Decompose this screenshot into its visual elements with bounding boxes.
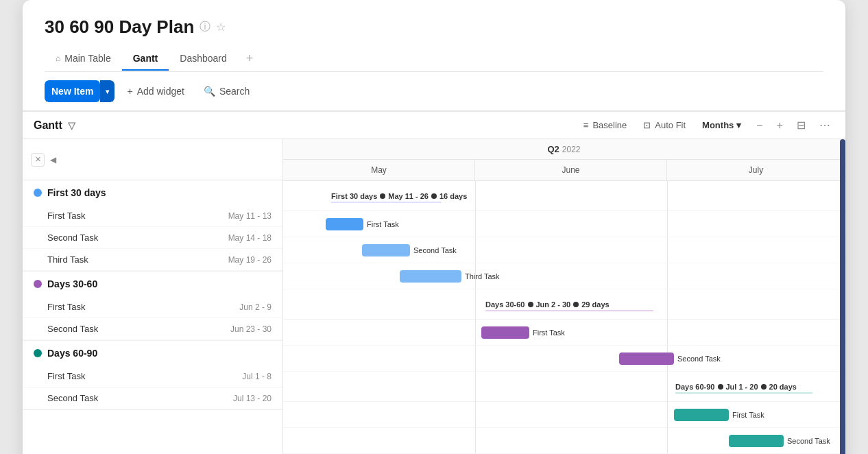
task-bar-label-2-2: Second Task [677, 355, 721, 363]
task-bar-3-2[interactable] [729, 435, 784, 447]
task-bar-2-2[interactable] [619, 353, 674, 365]
chart-task-row-1-2: Second Task [283, 237, 845, 263]
task-bar-label-2-1: First Task [533, 328, 565, 337]
gantt-outer: Gantt ▽ ≡ Baseline ⊡ Auto Fit Months ▾ −… [23, 110, 845, 454]
group-bar-label-1: First 30 days May 11 - 26 16 days [331, 192, 467, 200]
task-bar-3-1[interactable] [674, 409, 729, 421]
task-name: Second Task [47, 324, 230, 334]
new-item-dropdown-arrow[interactable]: ▾ [100, 80, 114, 102]
chart-group-row-3: Days 60-90 Jul 1 - 20 20 days [283, 372, 845, 402]
month-row: May June July [283, 160, 845, 180]
task-row: First Task Jul 1 - 8 [23, 366, 282, 387]
add-widget-button[interactable]: + Add widget [120, 82, 191, 101]
app-window: 30 60 90 Day Plan ⓘ ☆ ⌂ Main Table Gantt… [23, 0, 845, 454]
chart-task-row-2-2: Second Task [283, 346, 845, 372]
group-bar-date-1: May 11 - 26 [388, 192, 429, 200]
baseline-button[interactable]: ≡ Baseline [578, 117, 632, 133]
more-options-button[interactable]: ⋯ [815, 117, 834, 133]
group-dot-blue [34, 189, 42, 197]
gantt-left-rows: First 30 days First Task May 11 - 13 Sec… [23, 180, 282, 454]
autofit-button[interactable]: ⊡ Auto Fit [638, 117, 691, 133]
task-date: Jun 23 - 30 [230, 324, 272, 334]
page-title: 30 60 90 Day Plan [45, 16, 194, 38]
search-button[interactable]: 🔍 Search [197, 82, 256, 101]
task-name: First Task [47, 371, 242, 381]
collapse-button[interactable]: ✕ [31, 153, 45, 167]
task-row: Second Task May 14 - 18 [23, 227, 282, 249]
group-days-60-90: Days 60-90 First Task Jul 1 - 8 Second T… [23, 341, 282, 410]
group-days-30-60: Days 30-60 First Task Jun 2 - 9 Second T… [23, 272, 282, 341]
task-bar-label-1-3: Third Task [465, 272, 500, 280]
header: 30 60 90 Day Plan ⓘ ☆ ⌂ Main Table Gantt… [23, 0, 845, 72]
group-dot-purple [34, 280, 42, 288]
chart-group-row-1: First 30 days May 11 - 26 16 days [283, 181, 845, 211]
group-bar-label-3: Days 60-90 Jul 1 - 20 20 days [675, 383, 797, 391]
task-row: First Task Jun 2 - 9 [23, 296, 282, 318]
task-date: Jul 13 - 20 [233, 394, 272, 403]
task-bar-1-3[interactable] [400, 270, 461, 283]
gantt-body: ✕ ◀ First 30 days First Task May 11 - 13 [23, 139, 845, 454]
month-cell-may: May [283, 160, 475, 180]
group-bar-days-1: 16 days [439, 192, 467, 200]
group-header-days-30-60[interactable]: Days 30-60 [23, 272, 282, 296]
task-date: Jun 2 - 9 [239, 302, 272, 312]
months-selector[interactable]: Months ▾ [697, 117, 747, 133]
task-date: May 19 - 26 [228, 255, 272, 265]
group-bar-text-2: Days 30-60 [485, 300, 525, 309]
task-bar-label-3-1: First Task [732, 411, 764, 419]
task-date: Jul 1 - 8 [242, 372, 272, 381]
tab-gantt[interactable]: Gantt [122, 47, 169, 71]
group-first-30: First 30 days First Task May 11 - 13 Sec… [23, 180, 282, 272]
chart-task-row-1-1: First Task [283, 211, 845, 237]
group-bar-dot-1 [380, 193, 385, 199]
chart-task-row-3-1: First Task [283, 402, 845, 428]
tab-add-button[interactable]: + [238, 46, 262, 71]
group-bar-text-3: Days 60-90 [675, 383, 715, 391]
chart-body: First 30 days May 11 - 26 16 days [283, 181, 845, 454]
task-bar-1-1[interactable] [326, 218, 363, 230]
group-bar-label-2: Days 30-60 Jun 2 - 30 29 days [485, 300, 610, 309]
task-date: May 11 - 13 [228, 211, 272, 221]
gantt-controls: ≡ Baseline ⊡ Auto Fit Months ▾ − + ⊟ ⋯ [578, 117, 834, 133]
new-item-button-wrapper: New Item ▾ [45, 80, 114, 102]
group-name-first-30: First 30 days [47, 187, 106, 198]
group-bar-date-3: Jul 1 - 20 [726, 383, 758, 391]
month-cell-june: June [475, 160, 667, 180]
gantt-left-header: ✕ ◀ [23, 139, 282, 180]
chart-task-row-1-3: Third Task [283, 263, 845, 289]
chart-task-row-2-1: First Task [283, 320, 845, 346]
group-bar-dot-6 [761, 384, 767, 390]
task-row: Second Task Jul 13 - 20 [23, 387, 282, 409]
gantt-left-panel: ✕ ◀ First 30 days First Task May 11 - 13 [23, 139, 283, 454]
tab-main-table[interactable]: ⌂ Main Table [45, 47, 122, 71]
group-bar-dot-5 [718, 384, 723, 390]
chart-task-row-3-2: Second Task [283, 428, 845, 454]
filter-icon[interactable]: ▽ [68, 120, 75, 131]
autofit-icon: ⊡ [643, 120, 651, 130]
vertical-scrollbar[interactable] [840, 139, 845, 454]
task-bar-2-1[interactable] [481, 326, 529, 339]
gantt-chart: Q2 2022 May June July [283, 139, 845, 454]
info-icon[interactable]: ⓘ [200, 20, 210, 34]
month-cell-july: July [667, 160, 845, 180]
new-item-button[interactable]: New Item [45, 80, 100, 102]
star-icon[interactable]: ☆ [216, 21, 226, 34]
chevron-down-icon: ▾ [736, 120, 741, 130]
group-bar-dot-4 [573, 302, 579, 307]
chart-group-row-2: Days 30-60 Jun 2 - 30 29 days [283, 289, 845, 320]
gantt-title-area: Gantt ▽ [34, 119, 75, 132]
group-name-days-30-60: Days 30-60 [47, 278, 97, 289]
quarter-label: Q2 [547, 144, 559, 154]
collapse-arrow[interactable]: ◀ [50, 155, 56, 165]
task-bar-1-2[interactable] [362, 244, 410, 256]
group-header-first-30[interactable]: First 30 days [23, 180, 282, 205]
empty-row [23, 410, 282, 454]
tabs-row: ⌂ Main Table Gantt Dashboard + [45, 46, 823, 72]
task-bar-label-3-2: Second Task [787, 437, 830, 445]
tab-dashboard[interactable]: Dashboard [169, 47, 238, 71]
group-bar-baseline-3 [675, 392, 812, 394]
zoom-out-button[interactable]: − [752, 118, 767, 133]
group-header-days-60-90[interactable]: Days 60-90 [23, 341, 282, 366]
export-button[interactable]: ⊟ [793, 117, 810, 133]
zoom-in-button[interactable]: + [773, 118, 787, 133]
